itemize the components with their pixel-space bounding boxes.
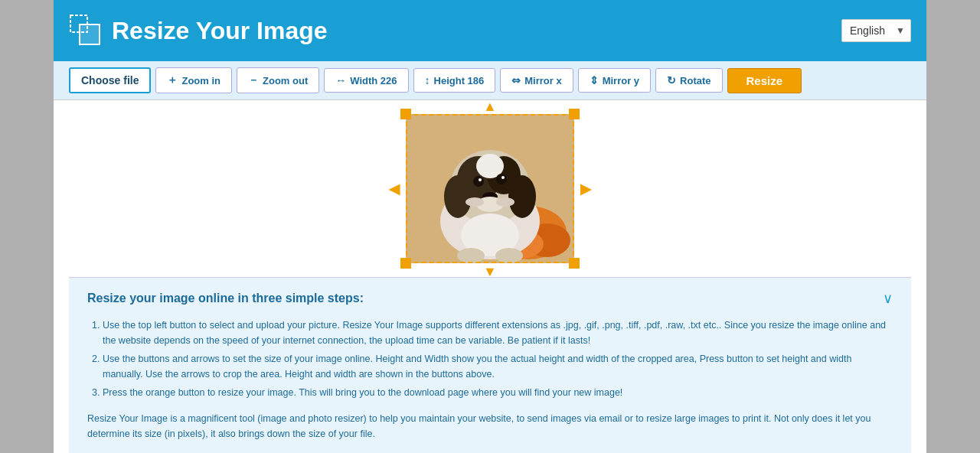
zoom-out-button[interactable]: － Zoom out [237,67,319,93]
collapse-icon[interactable]: ∨ [883,290,893,307]
step-1: Use the top left button to select and up… [103,318,893,348]
width-icon: ↔ [335,74,346,86]
logo-icon [69,14,103,47]
svg-point-23 [457,248,485,263]
handle-bottom-left[interactable] [400,258,411,269]
height-icon: ↕ [425,74,430,86]
arrow-left[interactable]: ◀ [389,181,400,197]
rotate-icon: ↻ [667,74,676,86]
arrow-top[interactable]: ▲ [483,100,497,115]
language-dropdown[interactable]: English French Spanish German Italian [841,19,911,42]
mirror-y-icon: ⇕ [590,74,599,86]
svg-point-21 [496,197,514,207]
rotate-button[interactable]: ↻ Rotate [655,68,722,93]
app-title: Resize Your Image [112,17,328,45]
svg-point-17 [501,176,505,179]
handle-top-right[interactable] [569,109,580,119]
language-selector[interactable]: English French Spanish German Italian ▼ [841,19,911,42]
info-header: Resize your image online in three simple… [87,290,893,307]
info-section: Resize your image online in three simple… [69,277,911,453]
svg-point-14 [473,176,484,187]
mirror-x-icon: ⇔ [511,74,521,86]
arrow-bottom[interactable]: ▼ [483,264,497,277]
arrow-right[interactable]: ▶ [580,181,591,197]
svg-rect-2 [80,24,100,44]
height-button[interactable]: ↕ Height 186 [413,68,496,93]
svg-point-13 [508,175,536,218]
info-title: Resize your image online in three simple… [87,292,364,305]
resize-button[interactable]: Resize [727,68,802,93]
handle-bottom-right[interactable] [569,258,580,269]
toolbar: Choose file ＋ Zoom in － Zoom out ↔ Width… [54,61,926,100]
info-description: Resize Your Image is a magnificent tool … [87,411,893,442]
zoom-out-icon: － [248,73,259,87]
svg-point-15 [496,174,507,184]
step-2: Use the buttons and arrows to set the si… [103,351,893,382]
header: Resize Your Image English French Spanish… [54,0,926,61]
svg-point-24 [495,248,523,263]
logo-area: Resize Your Image [69,14,328,47]
dog-image [406,114,574,263]
canvas-area: ▲ ▼ ◀ ▶ [69,100,911,277]
svg-point-12 [444,175,472,218]
handle-top-left[interactable] [400,109,411,119]
mirror-x-button[interactable]: ⇔ Mirror x [500,68,573,93]
zoom-in-button[interactable]: ＋ Zoom in [155,67,232,93]
zoom-in-icon: ＋ [167,73,178,87]
svg-point-20 [466,197,484,207]
image-container: ▲ ▼ ◀ ▶ [406,114,574,263]
steps-list: Use the top left button to select and up… [103,318,893,400]
step-3: Press the orange button to resize your i… [103,385,893,400]
width-button[interactable]: ↔ Width 226 [324,68,408,93]
mirror-y-button[interactable]: ⇕ Mirror y [578,68,651,93]
svg-point-16 [479,178,482,181]
choose-file-button[interactable]: Choose file [69,67,151,93]
